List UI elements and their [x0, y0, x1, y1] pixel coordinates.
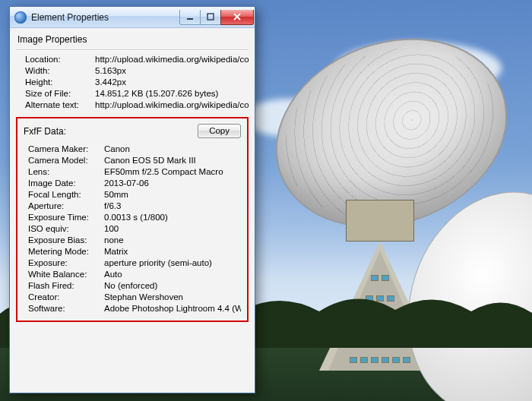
prop-value: 50mm [104, 190, 241, 199]
svg-rect-1 [207, 14, 214, 20]
prop-label: Camera Model: [28, 156, 104, 165]
image-properties-list: Location: http://upload.wikimedia.org/wi… [25, 55, 249, 109]
minimize-button[interactable] [179, 10, 201, 25]
prop-value: none [104, 235, 241, 245]
prop-label: White Balance: [28, 270, 104, 279]
prop-value: EF50mm f/2.5 Compact Macro [104, 167, 241, 176]
prop-label: Aperture: [28, 201, 104, 210]
prop-value: No (enforced) [104, 281, 241, 290]
prop-value: 5.163px [95, 66, 249, 75]
prop-label: Creator: [28, 292, 104, 302]
maximize-button[interactable] [200, 10, 221, 25]
prop-value: Matrix [104, 247, 241, 256]
svg-rect-0 [187, 18, 193, 20]
prop-label: Image Date: [28, 178, 104, 188]
prop-value: aperture priority (semi-auto) [104, 258, 241, 267]
prop-value: Canon EOS 5D Mark III [104, 156, 241, 165]
prop-label: Flash Fired: [28, 281, 104, 290]
window-body: Image Properties Location: http://upload… [10, 28, 255, 328]
app-icon [14, 11, 27, 24]
exif-data-panel: FxfF Data: Copy Camera Maker: Canon Came… [16, 117, 249, 322]
prop-label: Exposure Bias: [28, 235, 104, 245]
image-properties-heading: Image Properties [17, 34, 249, 45]
prop-value: 14.851,2 KB (15.207.626 bytes) [95, 89, 249, 98]
prop-label: Lens: [28, 167, 104, 176]
prop-value: http://upload.wikimedia.org/wikipedia/co [95, 55, 249, 64]
prop-label: Location: [25, 55, 95, 64]
prop-value: Auto [104, 270, 241, 279]
prop-value: Stephan Wershoven [104, 292, 241, 302]
prop-value: Adobe Photoshop Lightroom 4.4 (Windo [104, 304, 241, 313]
prop-label: ISO equiv: [28, 224, 104, 233]
window-controls [180, 10, 254, 25]
prop-label: Width: [25, 66, 95, 75]
window-title: Element Properties [31, 12, 180, 23]
titlebar[interactable]: Element Properties [10, 7, 255, 28]
exif-list: Camera Maker: Canon Camera Model: Canon … [28, 144, 241, 313]
prop-value: 3.442px [95, 77, 249, 87]
prop-value: f/6.3 [104, 201, 241, 210]
prop-value: 2013-07-06 [104, 178, 241, 188]
prop-label: Camera Maker: [28, 144, 104, 153]
divider [16, 49, 249, 50]
prop-label: Height: [25, 77, 95, 87]
exif-heading: FxfF Data: [24, 126, 66, 137]
prop-label: Exposure Time: [28, 213, 104, 222]
prop-label: Exposure: [28, 258, 104, 267]
copy-button[interactable]: Copy [198, 124, 241, 138]
prop-value: Canon [104, 144, 241, 153]
prop-value: 100 [104, 224, 241, 233]
prop-label: Focal Length: [28, 190, 104, 199]
prop-label: Size of File: [25, 89, 95, 98]
prop-label: Alternate text: [25, 100, 95, 109]
prop-value: http://upload.wikimedia.org/wikipedia/co [95, 100, 249, 109]
prop-label: Software: [28, 304, 104, 313]
prop-label: Metering Mode: [28, 247, 104, 256]
close-button[interactable] [220, 10, 254, 25]
prop-value: 0.0013 s (1/800) [104, 213, 241, 222]
element-properties-window: Element Properties Image Properties Loca… [9, 6, 255, 393]
